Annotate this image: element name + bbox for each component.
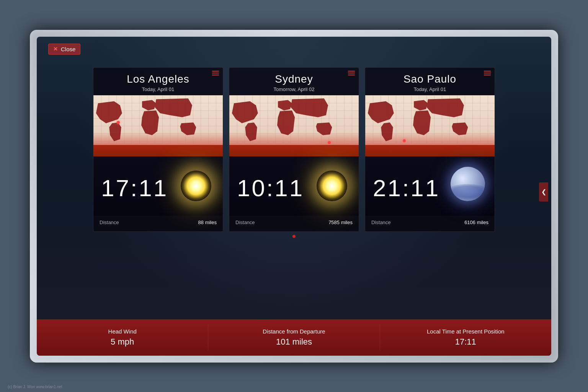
content-area: ✕ Close Los Angeles Today, April 01 — [37, 37, 551, 319]
map-area-sydney — [229, 95, 359, 156]
distance-row-sp: Distance 6106 miles — [365, 216, 495, 231]
city-date-la: Today, April 01 — [100, 86, 217, 92]
close-button[interactable]: ✕ Close — [48, 44, 80, 55]
clock-time-la: 17:11 — [101, 174, 168, 202]
moon-icon-sp — [451, 167, 489, 205]
city-name-sydney: Sydney — [235, 73, 353, 85]
map-area-sp — [365, 95, 495, 156]
stat-headwind-value: 5 mph — [41, 337, 204, 347]
map-red-bar-sydney — [229, 145, 359, 156]
screen-frame: ✕ Close Los Angeles Today, April 01 — [30, 30, 558, 363]
right-arrow-button[interactable]: ❮ — [539, 182, 548, 202]
stat-local-time-value: 17:11 — [384, 337, 547, 347]
stat-local-time-label: Local Time at Present Position — [384, 328, 547, 335]
stat-distance-departure: Distance from Departure 101 miles — [208, 324, 380, 351]
stat-local-time: Local Time at Present Position 17:11 — [380, 324, 551, 351]
distance-label-la: Distance — [100, 220, 119, 225]
card-menu-icon-sp[interactable] — [484, 71, 491, 75]
map-area-la — [93, 95, 223, 156]
card-header-sydney: Sydney Tomorrow, April 02 — [229, 68, 359, 95]
sun-icon-la — [181, 171, 211, 201]
distance-row-la: Distance 88 miles — [93, 216, 223, 231]
card-menu-icon-la[interactable] — [212, 71, 219, 75]
clock-time-sp: 21:11 — [373, 174, 440, 202]
nav-dot-container — [48, 232, 540, 241]
stat-distance-value: 101 miles — [212, 337, 376, 347]
stat-distance-label: Distance from Departure — [212, 328, 376, 335]
clock-area-sydney: 10:11 — [229, 156, 359, 216]
map-red-bar-sp — [365, 145, 495, 156]
city-name-la: Los Angeles — [100, 73, 217, 85]
location-dot-sydney — [328, 141, 331, 144]
cards-container: Los Angeles Today, April 01 — [48, 67, 540, 232]
location-dot-sp — [403, 139, 406, 142]
distance-value-la: 88 miles — [198, 220, 217, 225]
city-card-sydney[interactable]: Sydney Tomorrow, April 02 — [229, 67, 359, 232]
city-name-sp: Sao Paulo — [371, 73, 488, 85]
city-date-sydney: Tomorrow, April 02 — [235, 86, 353, 92]
distance-row-sydney: Distance 7585 miles — [229, 216, 359, 231]
location-dot-la — [117, 121, 120, 124]
clock-time-sydney: 10:11 — [237, 174, 304, 202]
city-card-sao-paulo[interactable]: Sao Paulo Today, April 01 — [365, 67, 495, 232]
sun-icon-sydney — [317, 171, 347, 201]
distance-label-sp: Distance — [371, 220, 391, 225]
card-header-la: Los Angeles Today, April 01 — [93, 68, 223, 95]
screen-inner: ✕ Close Los Angeles Today, April 01 — [37, 37, 551, 356]
distance-value-sydney: 7585 miles — [328, 220, 353, 225]
card-menu-icon-sydney[interactable] — [348, 71, 355, 75]
city-date-sp: Today, April 01 — [371, 86, 488, 92]
stat-headwind-label: Head Wind — [41, 328, 204, 335]
city-card-los-angeles[interactable]: Los Angeles Today, April 01 — [93, 67, 223, 232]
map-red-bar-la — [93, 145, 223, 156]
stats-bar: Head Wind 5 mph Distance from Departure … — [37, 319, 551, 356]
nav-dot — [292, 235, 296, 238]
clock-area-la: 17:11 — [93, 156, 223, 216]
copyright-text: (c) Brian J. Won www.brian1.net — [8, 385, 62, 389]
close-x-icon: ✕ — [53, 46, 58, 52]
distance-label-sydney: Distance — [235, 220, 255, 225]
distance-value-sp: 6106 miles — [464, 220, 488, 225]
card-header-sp: Sao Paulo Today, April 01 — [365, 68, 495, 95]
stat-headwind: Head Wind 5 mph — [37, 324, 208, 351]
close-label: Close — [61, 46, 75, 52]
clock-area-sp: 21:11 — [365, 156, 495, 216]
